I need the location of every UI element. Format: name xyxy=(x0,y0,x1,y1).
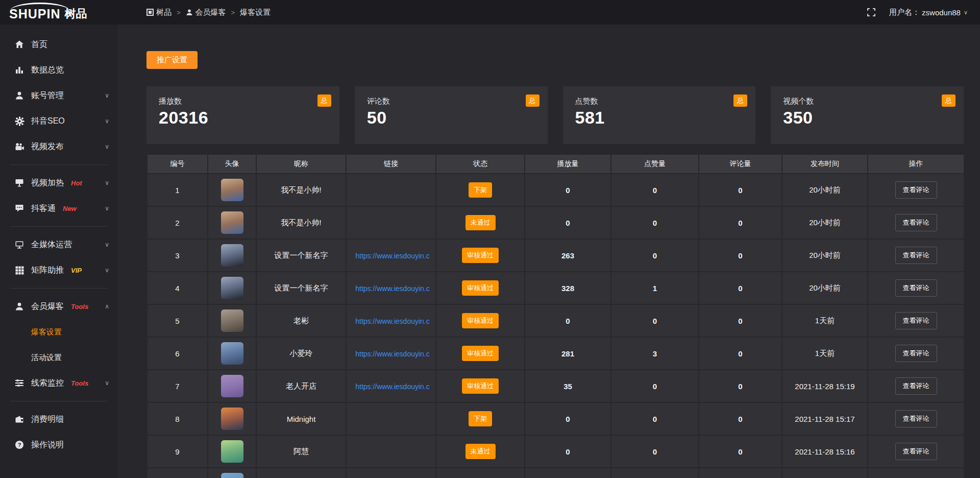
status-badge: 未通过 xyxy=(465,215,496,230)
avatar xyxy=(221,244,243,267)
svg-text:?: ? xyxy=(18,442,21,448)
sidebar-item-label: 数据总览 xyxy=(31,65,64,76)
breadcrumb-item-member[interactable]: 会员爆客 xyxy=(186,8,226,17)
view-comments-button[interactable]: 查看评论 xyxy=(895,377,937,395)
video-camera-icon xyxy=(14,141,24,152)
username-value: zswodun88 xyxy=(922,8,961,17)
sidebar-item-douyin-seo[interactable]: 抖音SEO ∨ xyxy=(0,108,117,134)
chevron-down-icon: ∨ xyxy=(105,267,109,274)
col-header-plays: 播放量 xyxy=(525,154,611,174)
video-link[interactable]: https://www.iesdouyin.c xyxy=(355,383,430,391)
sidebar-item-matrix-boost[interactable]: 矩阵助推 VIP ∨ xyxy=(0,257,117,283)
total-badge: 总 xyxy=(942,94,955,107)
sidebar-item-member-baoke[interactable]: 会员爆客 Tools ∧ xyxy=(0,294,117,319)
user-menu[interactable]: 用户名： zswodun88 ∨ xyxy=(889,8,968,17)
sidebar-item-label: 抖客通 xyxy=(31,203,56,214)
view-comments-button[interactable]: 查看评论 xyxy=(895,443,937,460)
cell-comments: 0 xyxy=(699,174,782,206)
view-comments-button[interactable]: 查看评论 xyxy=(895,181,937,199)
sidebar-item-lead-monitor[interactable]: 线索监控 Tools ∨ xyxy=(0,370,117,396)
cell-nickname: Midnight xyxy=(256,402,346,435)
chat-bubble-icon xyxy=(14,203,24,213)
cell-comments: 0 xyxy=(699,337,782,370)
sidebar-item-video-heat[interactable]: 视频加热 Hot ∨ xyxy=(0,170,117,196)
sidebar-item-label: 全媒体运营 xyxy=(31,240,72,250)
username-label: 用户名： xyxy=(889,8,920,17)
view-comments-button[interactable]: 查看评论 xyxy=(895,279,937,297)
sidebar-item-label: 操作说明 xyxy=(31,440,64,450)
cell-id: 6 xyxy=(147,337,208,370)
sidebar-item-instructions[interactable]: ? 操作说明 xyxy=(0,432,117,458)
sidebar-item-label: 会员爆客 xyxy=(31,301,64,312)
sidebar-subitem-activity-settings[interactable]: 活动设置 xyxy=(0,345,117,370)
cell-likes: 0 xyxy=(611,304,699,337)
sidebar-item-data-overview[interactable]: 数据总览 xyxy=(0,57,117,83)
sidebar-item-label: 账号管理 xyxy=(31,90,64,101)
sidebar-item-label: 首页 xyxy=(31,39,47,50)
col-header-id: 编号 xyxy=(147,154,208,174)
app-logo: SHUPIN 树品 xyxy=(9,0,87,25)
home-icon xyxy=(14,39,24,50)
sidebar-item-account-mgmt[interactable]: 账号管理 ∨ xyxy=(0,83,117,108)
video-link[interactable]: https://www.iesdouyin.c xyxy=(355,317,430,325)
table-row: 2 我不是小帅! 未通过 0 0 0 20小时前 查看评论 xyxy=(147,206,964,239)
cell-nickname: 设置一个新名字 xyxy=(256,239,346,272)
sidebar-item-media-operation[interactable]: 全媒体运营 ∨ xyxy=(0,232,117,257)
fullscreen-icon[interactable] xyxy=(867,8,876,17)
sidebar-item-consumption-detail[interactable]: 消费明细 xyxy=(0,407,117,432)
stat-value: 50 xyxy=(367,108,548,128)
view-comments-button[interactable]: 查看评论 xyxy=(895,247,937,264)
sidebar-item-home[interactable]: 首页 xyxy=(0,32,117,57)
sidebar-item-douketong[interactable]: 抖客通 New ∨ xyxy=(0,196,117,221)
breadcrumb-item-current: 爆客设置 xyxy=(240,8,271,17)
stat-value: 581 xyxy=(575,108,756,128)
view-comments-button[interactable]: 查看评论 xyxy=(895,214,937,231)
videos-table: 编号 头像 昵称 链接 状态 播放量 点赞量 评论量 发布时间 操作 1 我不是… xyxy=(146,154,965,478)
video-link[interactable]: https://www.iesdouyin.c xyxy=(355,350,430,358)
wallet-icon xyxy=(14,414,24,424)
chevron-up-icon: ∧ xyxy=(105,303,109,310)
col-header-nickname: 昵称 xyxy=(256,154,346,174)
stat-label: 视频个数 xyxy=(783,97,964,106)
chevron-down-icon: ∨ xyxy=(105,205,109,212)
stat-cards: 播放数 20316 总 评论数 50 总 点赞数 581 总 视频个数 350 … xyxy=(146,86,964,144)
cell-id: 1 xyxy=(147,174,208,206)
sidebar: 首页 数据总览 账号管理 ∨ 抖音SEO ∨ 视频发布 ∨ 视频加热 Hot ∨… xyxy=(0,25,117,478)
view-comments-button[interactable]: 查看评论 xyxy=(895,345,937,362)
main-content: 推广设置 播放数 20316 总 评论数 50 总 点赞数 581 总 视频个数… xyxy=(117,25,980,478)
cell-nickname: 我不是小帅! xyxy=(256,174,346,206)
total-badge: 总 xyxy=(733,94,747,107)
breadcrumb-item-home[interactable]: 树品 xyxy=(146,8,172,17)
cell-likes: 0 xyxy=(611,206,699,239)
sidebar-item-label: 抖音SEO xyxy=(31,116,65,127)
video-link[interactable]: https://www.iesdouyin.c xyxy=(355,284,430,293)
view-comments-button[interactable]: 查看评论 xyxy=(895,312,937,329)
sidebar-item-label: 矩阵助推 xyxy=(31,265,64,276)
cell-plays: 0 xyxy=(525,304,611,337)
cell-id: 9 xyxy=(147,435,208,468)
cell-nickname: 老人开店 xyxy=(256,370,346,402)
sidebar-item-label: 消费明细 xyxy=(31,414,64,425)
promotion-settings-button[interactable]: 推广设置 xyxy=(146,51,198,69)
sidebar-item-video-publish[interactable]: 视频发布 ∨ xyxy=(0,134,117,159)
total-badge: 总 xyxy=(317,94,331,107)
cell-likes: 1 xyxy=(611,272,699,304)
sidebar-divider xyxy=(10,226,107,227)
view-comments-button[interactable]: 查看评论 xyxy=(895,410,937,427)
cell-plays: 328 xyxy=(525,272,611,304)
cell-likes: 0 xyxy=(611,239,699,272)
user-icon xyxy=(14,301,24,312)
cell-publish-time: 20小时前 xyxy=(782,239,868,272)
breadcrumb-separator: > xyxy=(177,9,181,16)
video-link[interactable]: https://www.iesdouyin.c xyxy=(355,252,430,260)
chevron-down-icon: ∨ xyxy=(105,241,109,248)
grid-icon xyxy=(146,9,154,16)
avatar xyxy=(221,440,243,463)
avatar xyxy=(221,473,243,478)
cell-plays: 0 xyxy=(525,402,611,435)
cell-id: 4 xyxy=(147,272,208,304)
sidebar-subitem-baoke-settings[interactable]: 爆客设置 xyxy=(0,319,117,345)
chevron-down-icon: ∨ xyxy=(105,92,109,99)
cell-id: 8 xyxy=(147,402,208,435)
cell-comments: 0 xyxy=(699,239,782,272)
